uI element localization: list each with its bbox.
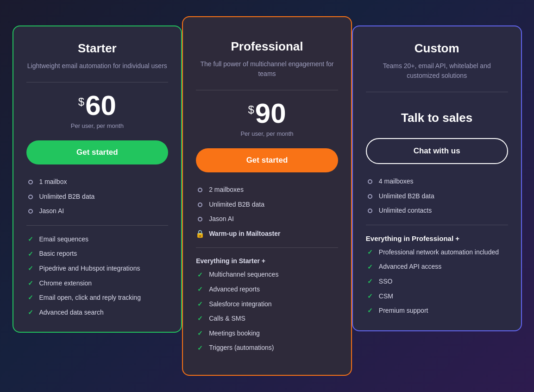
list-item: ✓ CSM <box>366 292 508 301</box>
feature-text: Premium support <box>379 306 428 316</box>
feature-text: Chrome extension <box>39 279 92 288</box>
circle-icon <box>366 177 374 186</box>
feature-text: Advanced API access <box>379 262 441 272</box>
list-item: ✓ Chrome extension <box>26 279 169 288</box>
starter-price-number: 60 <box>85 92 116 120</box>
check-icon: ✓ <box>366 307 374 315</box>
professional-plan-name: Professional <box>196 39 338 54</box>
check-icon: ✓ <box>196 315 204 323</box>
check-icon: ✓ <box>26 235 35 244</box>
feature-text: Pipedrive and Hubspot integrations <box>39 264 140 273</box>
feature-text: 2 mailboxes <box>209 185 244 195</box>
starter-divider-2 <box>26 225 169 226</box>
circle-icon <box>366 192 374 201</box>
feature-text: Jason AI <box>209 215 234 224</box>
circle-icon <box>26 207 35 215</box>
custom-chat-button[interactable]: Chat with us <box>366 138 508 164</box>
check-icon: ✓ <box>26 265 35 273</box>
feature-text: Advanced data search <box>39 308 104 317</box>
custom-check-features: ✓ Professional network automation includ… <box>366 248 508 316</box>
talk-to-sales-label: Talk to sales <box>366 111 508 125</box>
list-item: Unlimited B2B data <box>366 192 508 201</box>
professional-price-period: Per user, per month <box>196 130 338 137</box>
feature-text: Advanced reports <box>209 285 260 294</box>
feature-text: Warm-up in Mailtoaster <box>209 229 280 239</box>
circle-icon <box>196 201 204 209</box>
feature-text: Email sequences <box>39 235 89 244</box>
professional-check-features: ✓ Multichannel sequences ✓ Advanced repo… <box>196 270 338 353</box>
custom-plan-card: Custom Teams 20+, email API, whitelabel … <box>352 25 522 331</box>
check-icon: ✓ <box>196 300 204 309</box>
check-icon: ✓ <box>366 248 374 257</box>
feature-text: Unlimited B2B data <box>379 192 434 201</box>
list-item: ✓ Multichannel sequences <box>196 270 338 279</box>
starter-plan-description: Lightweight email automation for individ… <box>26 61 169 71</box>
list-item: ✓ Advanced reports <box>196 285 338 294</box>
list-item: Unlimited B2B data <box>26 192 169 202</box>
list-item: ✓ Calls & SMS <box>196 314 338 323</box>
list-item: 🔒 Warm-up in Mailtoaster <box>196 229 338 239</box>
circle-icon <box>196 215 204 223</box>
list-item: ✓ Professional network automation includ… <box>366 248 508 257</box>
custom-plan-description: Teams 20+, email API, whitelabel and cus… <box>366 61 508 81</box>
list-item: Unlimited contacts <box>366 206 508 215</box>
check-icon: ✓ <box>196 344 204 352</box>
list-item: ✓ Advanced data search <box>26 308 169 317</box>
starter-get-started-button[interactable]: Get started <box>26 140 169 164</box>
circle-icon <box>26 193 35 201</box>
starter-bullet-features: 1 mailbox Unlimited B2B data Jason AI <box>26 177 169 216</box>
feature-text: Unlimited B2B data <box>39 192 95 202</box>
feature-text: Professional network automation included <box>379 248 499 257</box>
starter-plan-card: Starter Lightweight email automation for… <box>13 25 182 333</box>
starter-price-amount: $ 60 <box>78 92 116 120</box>
check-icon: ✓ <box>26 279 35 288</box>
custom-divider-1 <box>366 92 508 92</box>
professional-price-dollar: $ <box>248 103 254 116</box>
list-item: Jason AI <box>26 207 169 216</box>
feature-text: Unlimited contacts <box>379 206 432 215</box>
circle-icon <box>26 178 35 186</box>
list-item: 4 mailboxes <box>366 177 508 186</box>
feature-text: CSM <box>379 292 393 301</box>
list-item: ✓ Triggers (automations) <box>196 343 338 353</box>
feature-text: 4 mailboxes <box>379 177 414 186</box>
circle-icon <box>366 207 374 215</box>
starter-divider-1 <box>26 82 169 82</box>
check-icon: ✓ <box>26 250 35 258</box>
circle-icon <box>196 186 204 194</box>
professional-section-header: Everything in Starter + <box>196 257 338 265</box>
feature-text: Triggers (automations) <box>209 343 274 353</box>
list-item: ✓ Email open, click and reply tracking <box>26 293 169 303</box>
list-item: ✓ Basic reports <box>26 249 169 259</box>
feature-text: Email open, click and reply tracking <box>39 293 141 303</box>
professional-get-started-button[interactable]: Get started <box>196 148 338 172</box>
custom-section-header: Everything in Professional + <box>366 234 508 242</box>
professional-price-container: $ 90 Per user, per month <box>196 100 338 137</box>
check-icon: ✓ <box>196 285 204 294</box>
feature-text: Jason AI <box>39 207 64 216</box>
feature-text: Multichannel sequences <box>209 270 278 279</box>
professional-price-amount: $ 90 <box>248 100 286 127</box>
list-item: ✓ Pipedrive and Hubspot integrations <box>26 264 169 273</box>
custom-plan-name: Custom <box>366 41 508 56</box>
list-item: Unlimited B2B data <box>196 200 338 209</box>
professional-divider-1 <box>196 90 338 90</box>
professional-price-number: 90 <box>255 100 286 127</box>
check-icon: ✓ <box>26 294 35 302</box>
check-icon: ✓ <box>196 271 204 279</box>
list-item: ✓ SSO <box>366 277 508 286</box>
feature-text: 1 mailbox <box>39 177 67 187</box>
pricing-container: Starter Lightweight email automation for… <box>13 16 522 376</box>
professional-plan-card: Professional The full power of multichan… <box>182 16 352 376</box>
feature-text: Unlimited B2B data <box>209 200 264 209</box>
list-item: 2 mailboxes <box>196 185 338 195</box>
professional-plan-description: The full power of multichannel engagemen… <box>196 59 338 79</box>
feature-text: SSO <box>379 277 393 286</box>
list-item: ✓ Email sequences <box>26 235 169 244</box>
feature-text: Calls & SMS <box>209 314 245 323</box>
feature-text: Salesforce integration <box>209 300 271 309</box>
starter-plan-name: Starter <box>26 41 169 56</box>
check-icon: ✓ <box>26 309 35 317</box>
check-icon: ✓ <box>366 278 374 286</box>
list-item: ✓ Meetings booking <box>196 329 338 338</box>
